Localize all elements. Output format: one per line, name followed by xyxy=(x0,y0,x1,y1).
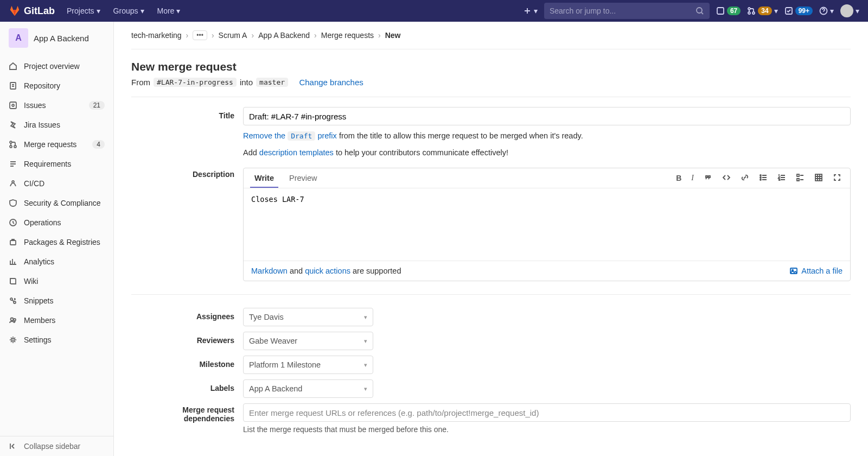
todos-counter[interactable]: 99+ xyxy=(784,7,813,15)
assignees-select[interactable]: Tye Davis▾ xyxy=(243,308,373,326)
desc-templates-link[interactable]: description templates xyxy=(259,148,334,157)
crumb[interactable]: tech-marketing xyxy=(131,31,182,40)
tab-preview[interactable]: Preview xyxy=(285,168,322,188)
collapse-sidebar[interactable]: Collapse sidebar xyxy=(0,436,113,456)
sidebar-icon xyxy=(9,81,17,90)
chevron-down-icon: ▾ xyxy=(176,7,180,15)
crumb[interactable]: Scrum A xyxy=(219,31,247,40)
project-header[interactable]: A App A Backend xyxy=(0,22,113,54)
sidebar-item-label: Packages & Registries xyxy=(24,238,100,246)
deps-label: Merge request dependencies xyxy=(131,403,243,434)
merge-icon xyxy=(747,7,756,15)
project-name: App A Backend xyxy=(34,34,89,43)
sidebar-item-label: Snippets xyxy=(24,296,53,305)
sidebar-item[interactable]: Requirements xyxy=(0,154,113,174)
chevron-down-icon: ▾ xyxy=(364,338,367,345)
change-branches-link[interactable]: Change branches xyxy=(299,78,363,87)
italic-button[interactable]: I xyxy=(689,172,696,185)
bold-button[interactable]: B xyxy=(674,172,684,185)
sidebar-item[interactable]: Members xyxy=(0,311,113,330)
markdown-link[interactable]: Markdown xyxy=(251,267,288,275)
sidebar-item[interactable]: Analytics xyxy=(0,252,113,271)
ul-button[interactable] xyxy=(757,171,770,186)
sidebar-item-label: Repository xyxy=(24,81,60,90)
svg-point-11 xyxy=(10,145,12,148)
tab-write[interactable]: Write xyxy=(250,168,278,188)
milestone-select[interactable]: Platform 1 Milestone▾ xyxy=(243,356,373,374)
brand-logo[interactable]: GitLab xyxy=(9,5,55,17)
help-menu[interactable]: ▾ xyxy=(819,7,834,15)
sidebar-item-label: Jira Issues xyxy=(24,121,60,129)
svg-point-16 xyxy=(10,298,12,300)
markdown-hint: Markdown and quick actions are supported xyxy=(251,267,401,275)
sidebar-icon xyxy=(9,101,17,110)
sidebar-item[interactable]: CI/CD xyxy=(0,174,113,193)
link-button[interactable] xyxy=(738,171,751,186)
ol-button[interactable] xyxy=(775,171,788,186)
nav-more[interactable]: More▾ xyxy=(152,0,186,22)
sidebar-icon xyxy=(9,160,17,168)
description-textarea[interactable] xyxy=(244,188,850,259)
chevron-down-icon: ▾ xyxy=(364,385,367,392)
svg-rect-25 xyxy=(815,174,822,181)
sidebar-item-label: Merge requests xyxy=(24,140,76,149)
deps-input[interactable] xyxy=(243,403,851,422)
svg-rect-1 xyxy=(717,8,724,14)
top-navbar: GitLab Projects▾ Groups▾ More▾ ▾ 67 34 ▾… xyxy=(0,0,868,22)
branch-info: From #LAR-7-in-progress into master Chan… xyxy=(131,78,851,87)
plus-menu[interactable]: ▾ xyxy=(523,7,538,15)
svg-point-19 xyxy=(14,319,16,321)
labels-select[interactable]: App A Backend▾ xyxy=(243,379,373,398)
svg-point-2 xyxy=(748,8,750,10)
chevron-down-icon: ▾ xyxy=(774,7,778,15)
sidebar-item[interactable]: Project overview xyxy=(0,56,113,76)
chevron-down-icon: ▾ xyxy=(364,314,367,321)
sidebar-icon xyxy=(9,140,17,149)
sidebar-item[interactable]: Issues21 xyxy=(0,96,113,115)
attach-file-button[interactable]: Attach a file xyxy=(789,267,843,275)
table-button[interactable] xyxy=(812,171,825,186)
sidebar-item-label: CI/CD xyxy=(24,179,44,188)
nav-projects[interactable]: Projects▾ xyxy=(61,0,106,22)
sidebar-icon xyxy=(9,218,17,227)
svg-rect-26 xyxy=(790,268,797,274)
crumb[interactable]: App A Backend xyxy=(258,31,310,40)
todo-icon xyxy=(784,7,793,15)
sidebar-icon xyxy=(9,62,17,71)
sidebar-icon xyxy=(9,335,17,344)
sidebar-item[interactable]: Jira Issues xyxy=(0,115,113,135)
sidebar-item-label: Project overview xyxy=(24,62,80,71)
remove-draft-link[interactable]: Remove the Draft prefix xyxy=(243,131,337,140)
sidebar-item[interactable]: Repository xyxy=(0,76,113,96)
sidebar-item[interactable]: Settings xyxy=(0,330,113,350)
nav-groups[interactable]: Groups▾ xyxy=(108,0,150,22)
fullscreen-button[interactable] xyxy=(831,171,844,186)
reviewers-select[interactable]: Gabe Weaver▾ xyxy=(243,332,373,350)
crumb[interactable]: Merge requests xyxy=(321,31,374,40)
code-button[interactable] xyxy=(720,171,733,186)
breadcrumb-ellipsis[interactable]: ••• xyxy=(193,30,207,40)
sidebar-item[interactable]: Merge requests4 xyxy=(0,135,113,154)
issues-counter[interactable]: 67 xyxy=(716,7,741,15)
svg-point-20 xyxy=(12,339,15,341)
svg-rect-7 xyxy=(10,83,16,89)
labels-label: Labels xyxy=(131,379,243,398)
mrs-counter[interactable]: 34 ▾ xyxy=(747,7,777,15)
sidebar-item[interactable]: Packages & Registries xyxy=(0,232,113,252)
sidebar-item[interactable]: Snippets xyxy=(0,291,113,311)
search-input[interactable] xyxy=(550,7,695,15)
sidebar-item[interactable]: Wiki xyxy=(0,271,113,291)
sidebar-item[interactable]: Operations xyxy=(0,213,113,232)
quote-button[interactable] xyxy=(701,171,714,186)
chevron-down-icon: ▾ xyxy=(534,7,538,15)
title-input[interactable] xyxy=(243,107,851,125)
quick-actions-link[interactable]: quick actions xyxy=(305,267,350,275)
user-menu[interactable]: ▾ xyxy=(840,4,859,17)
sidebar-item[interactable]: Security & Compliance xyxy=(0,193,113,213)
sidebar-item-label: Security & Compliance xyxy=(24,199,101,207)
deps-hint: List the merge requests that must be mer… xyxy=(243,425,851,434)
search-input-wrapper[interactable] xyxy=(544,3,710,19)
task-button[interactable] xyxy=(794,171,807,186)
description-label: Description xyxy=(131,166,243,281)
sidebar: A App A Backend Project overviewReposito… xyxy=(0,22,114,456)
